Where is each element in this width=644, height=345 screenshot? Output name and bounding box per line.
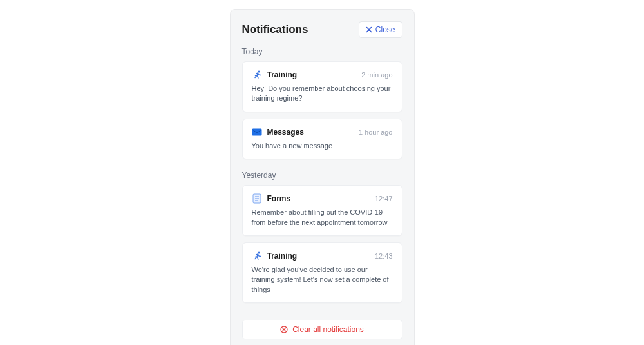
card-title: Messages xyxy=(267,128,359,137)
card-title: Training xyxy=(267,251,375,261)
card-header: Training 2 min ago xyxy=(252,70,393,80)
card-body: You have a new message xyxy=(252,141,393,151)
notification-card[interactable]: Training 2 min ago Hey! Do you remember … xyxy=(242,61,402,112)
panel-header: Notifications Close xyxy=(242,21,402,38)
card-timestamp: 2 min ago xyxy=(361,71,392,79)
card-title: Forms xyxy=(267,194,375,203)
close-icon xyxy=(366,26,372,33)
page-title: Notifications xyxy=(242,23,308,36)
close-button-label: Close xyxy=(375,25,395,34)
section-label: Today xyxy=(242,47,402,56)
section-label: Yesterday xyxy=(242,171,402,180)
card-header: Forms 12:47 xyxy=(252,193,393,204)
section-yesterday: Yesterday Forms 12:47 Remember about fil… xyxy=(242,171,402,303)
card-timestamp: 12:47 xyxy=(375,195,393,202)
notification-card[interactable]: Messages 1 hour ago You have a new messa… xyxy=(242,119,402,159)
close-button[interactable]: Close xyxy=(359,21,402,38)
notification-card[interactable]: Training 12:43 We're glad you've decided… xyxy=(242,242,402,303)
clear-icon xyxy=(280,326,288,333)
card-timestamp: 1 hour ago xyxy=(359,128,393,136)
card-body: Remember about filling out the COVID-19 … xyxy=(252,208,393,228)
card-body: We're glad you've decided to use our tra… xyxy=(252,265,393,295)
running-icon xyxy=(252,251,262,261)
card-header: Training 12:43 xyxy=(252,251,393,261)
form-icon xyxy=(252,193,262,204)
clear-all-button[interactable]: Clear all notifications xyxy=(242,320,402,339)
section-today: Today Training 2 min ago Hey! Do you rem… xyxy=(242,47,402,159)
svg-point-6 xyxy=(258,251,260,253)
card-body: Hey! Do you remember about choosing your… xyxy=(252,84,393,104)
notification-card[interactable]: Forms 12:47 Remember about filling out t… xyxy=(242,185,402,236)
svg-point-0 xyxy=(258,70,260,72)
notifications-panel: Notifications Close Today Training xyxy=(230,9,415,345)
svg-rect-1 xyxy=(252,128,261,135)
mail-icon xyxy=(252,127,262,137)
card-timestamp: 12:43 xyxy=(375,252,393,260)
running-icon xyxy=(252,70,262,80)
card-header: Messages 1 hour ago xyxy=(252,127,393,137)
card-title: Training xyxy=(267,70,362,79)
clear-button-label: Clear all notifications xyxy=(292,325,364,334)
